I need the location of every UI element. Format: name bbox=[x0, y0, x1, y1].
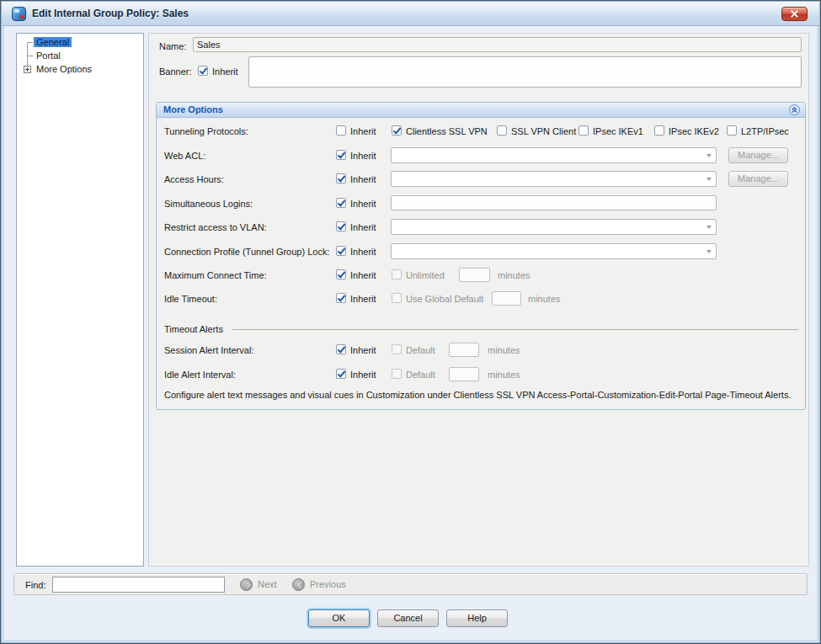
inherit-label: Inherit bbox=[350, 150, 376, 162]
inherit-label: Inherit bbox=[350, 125, 376, 137]
unlimited-checkbox[interactable] bbox=[392, 269, 402, 279]
ipsec-ikev2-label: IPsec IKEv2 bbox=[669, 125, 719, 137]
next-icon bbox=[240, 578, 253, 591]
use-global-default-checkbox[interactable] bbox=[392, 293, 402, 303]
name-label: Name: bbox=[159, 40, 186, 52]
inherit-label: Inherit bbox=[350, 221, 376, 233]
clientless-ssl-vpn-label: Clientless SSL VPN bbox=[406, 125, 488, 137]
idle-timeout-minutes-field[interactable] bbox=[492, 291, 521, 306]
row-label: Idle Timeout: bbox=[164, 293, 217, 305]
window-title: Edit Internal Group Policy: Sales bbox=[32, 8, 189, 19]
double-chevron-up-icon bbox=[791, 106, 798, 114]
l2tp-ipsec-label: L2TP/IPsec bbox=[741, 125, 789, 137]
close-button[interactable] bbox=[781, 7, 808, 21]
session-alert-minutes-field[interactable] bbox=[449, 343, 479, 357]
banner-inherit-checkbox[interactable] bbox=[198, 66, 208, 76]
web-acl-select[interactable] bbox=[391, 147, 717, 163]
use-global-default-label: Use Global Default bbox=[406, 293, 483, 305]
idle-timeout-row: Idle Timeout: Inherit Use Global Default… bbox=[157, 291, 805, 308]
connection-profile-lock-select[interactable] bbox=[391, 243, 717, 259]
policy-form-panel: Name: Sales Banner: Inherit More Options… bbox=[148, 33, 809, 567]
tree-item-label: Portal bbox=[34, 51, 63, 61]
dropdown-arrow-icon bbox=[706, 226, 712, 229]
title-bar[interactable]: Edit Internal Group Policy: Sales bbox=[2, 2, 819, 26]
tree-item-more-options[interactable]: More Options bbox=[34, 63, 94, 75]
tree-item-general[interactable]: General bbox=[34, 36, 72, 48]
ok-button[interactable]: OK bbox=[308, 609, 370, 627]
tree-item-portal[interactable]: Portal bbox=[34, 50, 63, 61]
banner-inherit-label: Inherit bbox=[212, 66, 238, 77]
cancel-button[interactable]: Cancel bbox=[377, 609, 439, 627]
clientless-ssl-vpn-checkbox[interactable] bbox=[392, 125, 402, 136]
row-label: Tunneling Protocols: bbox=[164, 125, 248, 137]
restrict-vlan-row: Restrict access to VLAN: Inherit bbox=[157, 219, 805, 236]
access-hours-inherit-checkbox[interactable] bbox=[336, 173, 346, 184]
inherit-label: Inherit bbox=[350, 369, 376, 381]
more-options-group: More Options Tunneling Protocols: Inheri… bbox=[156, 102, 806, 410]
find-previous-button[interactable]: Previous bbox=[310, 579, 346, 589]
connection-profile-lock-row: Connection Profile (Tunnel Group) Lock: … bbox=[157, 243, 805, 260]
max-connect-minutes-field[interactable] bbox=[459, 268, 490, 282]
maximum-connect-time-row: Maximum Connect Time: Inherit Unlimited … bbox=[157, 268, 805, 285]
section-divider bbox=[232, 329, 798, 330]
tunneling-protocols-row: Tunneling Protocols: Inherit Clientless … bbox=[157, 124, 805, 141]
access-hours-select[interactable] bbox=[391, 171, 717, 187]
default-label: Default bbox=[406, 344, 435, 356]
more-options-header[interactable]: More Options bbox=[157, 103, 805, 118]
ssl-vpn-client-checkbox[interactable] bbox=[497, 125, 507, 136]
inherit-label: Inherit bbox=[350, 293, 376, 305]
find-label: Find: bbox=[25, 579, 45, 591]
minutes-label: minutes bbox=[528, 293, 561, 305]
inherit-label: Inherit bbox=[350, 269, 376, 281]
simultaneous-logins-inherit-checkbox[interactable] bbox=[336, 198, 346, 208]
tree-item-label: More Options bbox=[34, 64, 94, 74]
timeout-alerts-note: Configure alert text messages and visual… bbox=[164, 390, 791, 400]
restrict-vlan-inherit-checkbox[interactable] bbox=[336, 221, 346, 232]
web-acl-manage-button[interactable]: Manage... bbox=[728, 147, 788, 163]
row-label: Maximum Connect Time: bbox=[164, 269, 267, 281]
name-field[interactable]: Sales bbox=[193, 37, 802, 52]
tunneling-inherit-checkbox[interactable] bbox=[336, 125, 346, 136]
close-icon bbox=[791, 10, 798, 18]
row-label: Idle Alert Interval: bbox=[164, 369, 236, 381]
minutes-label: minutes bbox=[488, 344, 520, 356]
row-label: Web ACL: bbox=[164, 150, 205, 162]
previous-icon bbox=[292, 578, 305, 591]
idle-timeout-inherit-checkbox[interactable] bbox=[336, 293, 346, 303]
collapse-section-button[interactable] bbox=[789, 104, 800, 115]
banner-textarea[interactable] bbox=[248, 56, 802, 88]
row-label: Access Hours: bbox=[164, 173, 224, 185]
asdm-app-icon bbox=[12, 7, 26, 21]
ipsec-ikev1-checkbox[interactable] bbox=[578, 125, 589, 136]
access-hours-manage-button[interactable]: Manage... bbox=[728, 171, 788, 187]
find-next-button[interactable]: Next bbox=[258, 579, 277, 589]
l2tp-ipsec-checkbox[interactable] bbox=[727, 125, 737, 136]
session-alert-interval-row: Session Alert Interval: Inherit Default … bbox=[157, 343, 805, 359]
session-alert-inherit-checkbox[interactable] bbox=[336, 344, 346, 354]
max-connect-inherit-checkbox[interactable] bbox=[336, 269, 346, 279]
tree-expand-plus-icon[interactable] bbox=[24, 66, 31, 73]
idle-alert-minutes-field[interactable] bbox=[449, 367, 479, 381]
dropdown-arrow-icon bbox=[706, 250, 712, 253]
inherit-label: Inherit bbox=[350, 173, 376, 185]
ipsec-ikev2-checkbox[interactable] bbox=[654, 125, 664, 136]
find-input[interactable] bbox=[52, 577, 225, 593]
web-acl-inherit-checkbox[interactable] bbox=[336, 150, 346, 160]
minutes-label: minutes bbox=[488, 369, 520, 381]
inherit-label: Inherit bbox=[350, 246, 376, 258]
default-label: Default bbox=[406, 369, 435, 381]
find-bar: Find: Next Previous bbox=[13, 573, 808, 595]
idle-alert-default-checkbox[interactable] bbox=[392, 369, 402, 379]
simultaneous-logins-field[interactable] bbox=[391, 195, 717, 210]
inherit-label: Inherit bbox=[350, 344, 376, 356]
row-label: Restrict access to VLAN: bbox=[164, 221, 267, 233]
ssl-vpn-client-label: SSL VPN Client bbox=[511, 125, 576, 137]
row-label: Session Alert Interval: bbox=[164, 344, 253, 356]
help-button[interactable]: Help bbox=[446, 609, 508, 627]
restrict-vlan-select[interactable] bbox=[391, 219, 717, 235]
access-hours-row: Access Hours: Inherit Manage... bbox=[157, 171, 805, 188]
connection-profile-lock-inherit-checkbox[interactable] bbox=[336, 246, 346, 256]
minutes-label: minutes bbox=[498, 269, 530, 281]
idle-alert-inherit-checkbox[interactable] bbox=[336, 369, 346, 379]
session-alert-default-checkbox[interactable] bbox=[392, 344, 402, 354]
